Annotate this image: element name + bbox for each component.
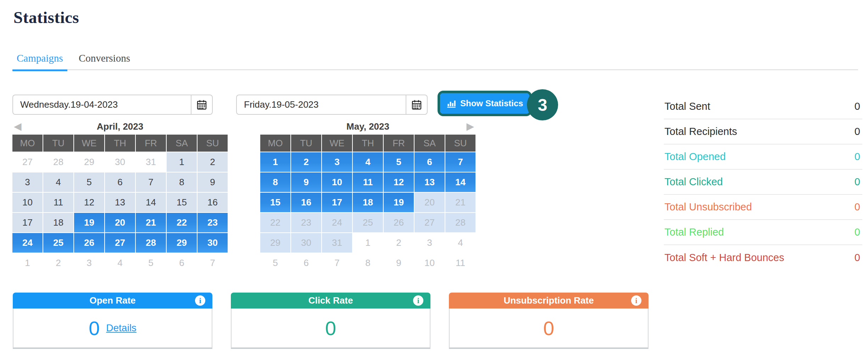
end-date-calendar-button[interactable] xyxy=(406,95,428,115)
info-icon[interactable]: i xyxy=(195,295,205,306)
calendar-day: 6 xyxy=(167,253,197,273)
calendar-day[interactable]: 12 xyxy=(74,193,104,212)
calendar-day[interactable]: 17 xyxy=(322,193,352,212)
info-icon[interactable]: i xyxy=(631,295,641,306)
start-date-group xyxy=(12,95,213,115)
calendar-day[interactable]: 16 xyxy=(197,193,228,212)
calendar-day[interactable]: 1 xyxy=(167,152,197,172)
calendar-day[interactable]: 22 xyxy=(167,213,197,232)
calendar-day[interactable]: 25 xyxy=(43,233,73,253)
calendar-day: 2 xyxy=(384,233,414,253)
calendar-day[interactable]: 13 xyxy=(414,172,445,192)
calendar-day: 31 xyxy=(136,152,166,172)
calendar-day[interactable]: 26 xyxy=(74,233,104,253)
calendar-day[interactable]: 2 xyxy=(197,152,228,172)
calendar-day[interactable]: 11 xyxy=(353,172,383,192)
calendar-day: 29 xyxy=(260,233,290,253)
summary-value: 0 xyxy=(855,151,862,163)
end-date-input[interactable] xyxy=(236,95,406,115)
tab-conversions[interactable]: Conversions xyxy=(74,51,134,71)
end-date-group xyxy=(236,95,428,115)
calendar-day[interactable]: 12 xyxy=(384,172,414,192)
weekday-header: SA xyxy=(167,135,197,152)
summary-value: 0 xyxy=(855,252,862,264)
calendar-day: 20 xyxy=(414,193,445,212)
open-rate-details-link[interactable]: Details xyxy=(106,322,137,334)
annotation-step-badge: 3 xyxy=(527,89,558,120)
calendar-day[interactable]: 18 xyxy=(43,213,73,232)
calendar-day[interactable]: 29 xyxy=(167,233,197,253)
summary-value: 0 xyxy=(855,201,862,213)
page-title: Statistics xyxy=(13,8,79,27)
open-rate-value: 0 xyxy=(89,317,100,340)
tab-campaigns[interactable]: Campaigns xyxy=(12,51,67,71)
calendar-day[interactable]: 20 xyxy=(105,213,135,232)
calendar-day[interactable]: 11 xyxy=(43,193,73,212)
calendar-day: 1 xyxy=(12,253,43,273)
calendar-day[interactable]: 4 xyxy=(43,172,73,192)
calendar-day[interactable]: 19 xyxy=(384,193,414,212)
calendar-day[interactable]: 14 xyxy=(136,193,166,212)
calendar-day[interactable]: 9 xyxy=(291,172,321,192)
calendar-day[interactable]: 7 xyxy=(445,152,475,172)
calendar-day: 5 xyxy=(136,253,166,273)
start-date-calendar-button[interactable] xyxy=(191,95,213,115)
calendar-day: 29 xyxy=(74,152,104,172)
calendar-day[interactable]: 15 xyxy=(260,193,290,212)
bar-chart-icon xyxy=(446,98,456,108)
calendar-day[interactable]: 14 xyxy=(445,172,475,192)
summary-row: Total Replied0 xyxy=(664,220,862,245)
calendar-day[interactable]: 24 xyxy=(12,233,43,253)
calendar-day: 4 xyxy=(105,253,135,273)
tab-bar: Campaigns Conversions xyxy=(12,51,858,70)
calendar-day: 3 xyxy=(414,233,445,253)
calendar-day[interactable]: 21 xyxy=(136,213,166,232)
calendar-day[interactable]: 28 xyxy=(136,233,166,253)
calendar-day[interactable]: 5 xyxy=(384,152,414,172)
click-rate-card-header: Click Rate i xyxy=(231,293,430,309)
start-date-input[interactable] xyxy=(12,95,191,115)
calendar-day[interactable]: 10 xyxy=(12,193,43,212)
calendar-day[interactable]: 10 xyxy=(322,172,352,192)
calendar-day[interactable]: 23 xyxy=(197,213,228,232)
calendar-day[interactable]: 6 xyxy=(414,152,445,172)
calendar-day[interactable]: 30 xyxy=(197,233,228,253)
info-icon[interactable]: i xyxy=(413,295,423,306)
summary-row: Total Clicked0 xyxy=(664,170,862,195)
calendar-day: 8 xyxy=(353,253,383,273)
calendar-day[interactable]: 5 xyxy=(74,172,104,192)
calendar-day[interactable]: 16 xyxy=(291,193,321,212)
calendar-day[interactable]: 13 xyxy=(105,193,135,212)
calendar-icon xyxy=(196,99,207,111)
calendar-day[interactable]: 3 xyxy=(12,172,43,192)
calendar-day[interactable]: 18 xyxy=(353,193,383,212)
calendar-day[interactable]: 15 xyxy=(167,193,197,212)
calendar-may: May, 2023 ▶ MOTUWETHFRSASU12345678910111… xyxy=(260,120,475,273)
calendar-next-month-icon[interactable]: ▶ xyxy=(466,120,474,132)
calendar-day[interactable]: 2 xyxy=(291,152,321,172)
calendar-day[interactable]: 17 xyxy=(12,213,43,232)
calendar-day[interactable]: 8 xyxy=(167,172,197,192)
calendar-prev-month-icon[interactable]: ◀ xyxy=(14,120,22,132)
calendar-day: 24 xyxy=(322,213,352,232)
calendar-day[interactable]: 3 xyxy=(322,152,352,172)
weekday-header: TU xyxy=(291,135,321,152)
calendar-day[interactable]: 27 xyxy=(105,233,135,253)
calendar-day[interactable]: 8 xyxy=(260,172,290,192)
weekday-header: SU xyxy=(445,135,475,152)
calendar-day: 7 xyxy=(322,253,352,273)
calendar-day[interactable]: 4 xyxy=(353,152,383,172)
calendar-day[interactable]: 9 xyxy=(197,172,228,192)
calendar-day[interactable]: 19 xyxy=(74,213,104,232)
calendar-day[interactable]: 6 xyxy=(105,172,135,192)
calendar-day: 9 xyxy=(384,253,414,273)
calendar-month-title: April, 2023 xyxy=(12,120,228,132)
show-statistics-button[interactable]: Show Statistics xyxy=(440,93,529,114)
unsubscription-rate-card-header: Unsubscription Rate i xyxy=(449,293,649,309)
summary-value: 0 xyxy=(855,126,862,137)
calendar-day[interactable]: 7 xyxy=(136,172,166,192)
summary-label: Total Soft + Hard Bounces xyxy=(664,252,784,264)
weekday-header: TH xyxy=(353,135,383,152)
calendar-day[interactable]: 1 xyxy=(260,152,290,172)
summary-row: Total Unsubscribed0 xyxy=(664,195,862,220)
